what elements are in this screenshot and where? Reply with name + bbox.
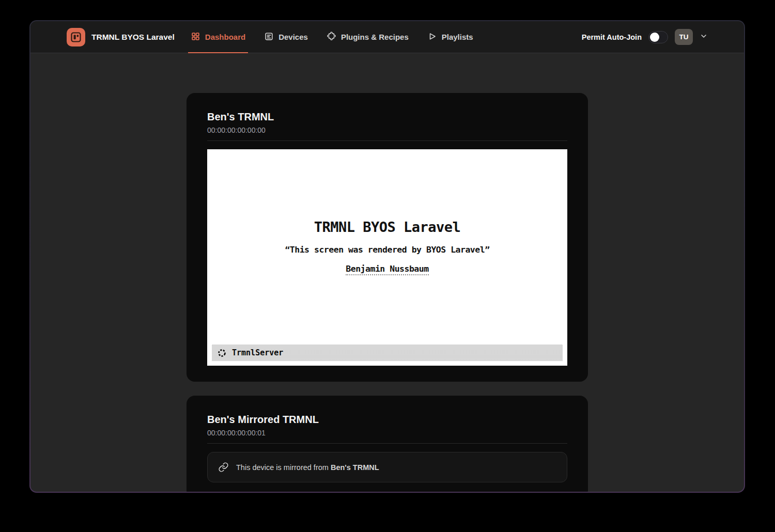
nav-tabs: Dashboard Devices: [188, 21, 476, 53]
permit-auto-join-label: Permit Auto-Join: [582, 33, 642, 41]
mirror-source-name: Ben's TRMNL: [331, 463, 379, 472]
link-icon: [218, 462, 229, 473]
device-screen-preview: TRMNL BYOS Laravel “This screen was rend…: [207, 149, 567, 366]
screen-statusbar: TrmnlServer: [212, 345, 563, 361]
screen-content: TRMNL BYOS Laravel “This screen was rend…: [207, 149, 567, 345]
play-icon: [427, 32, 437, 43]
statusbar-label: TrmnlServer: [232, 348, 283, 357]
tab-dashboard[interactable]: Dashboard: [188, 21, 248, 53]
screen-title: TRMNL BYOS Laravel: [314, 219, 461, 235]
device-list-icon: [264, 32, 274, 43]
nav-right: Permit Auto-Join TU: [582, 21, 708, 53]
screen-author-link: Benjamin Nussbaum: [346, 264, 428, 275]
tab-label: Devices: [278, 33, 308, 41]
spinner-icon: [217, 348, 227, 358]
tab-label: Dashboard: [205, 33, 245, 41]
mirror-notice: This device is mirrored from Ben's TRMNL: [207, 452, 567, 482]
device-card-bens-trmnl: Ben's TRMNL 00:00:00:00:00:00 TRMNL BYOS…: [187, 93, 588, 382]
tab-label: Plugins & Recipes: [341, 33, 409, 41]
device-mac-address: 00:00:00:00:00:00: [207, 125, 567, 135]
mirror-notice-prefix: This device is mirrored from: [236, 463, 331, 472]
brand: TRMNL BYOS Laravel: [67, 21, 175, 53]
user-avatar[interactable]: TU: [675, 29, 693, 45]
device-card-bens-mirrored-trmnl: Ben's Mirrored TRMNL 00:00:00:00:00:01 T…: [187, 396, 588, 492]
chevron-down-icon[interactable]: [700, 32, 708, 42]
app-title: TRMNL BYOS Laravel: [91, 33, 175, 42]
permit-auto-join-toggle[interactable]: [648, 31, 668, 43]
tab-label: Playlists: [442, 33, 473, 41]
trmnl-logo-icon: [67, 28, 85, 46]
puzzle-icon: [327, 32, 336, 43]
app-window-frame: TRMNL BYOS Laravel Dashboard: [29, 20, 745, 493]
divider: [207, 443, 567, 444]
top-nav: TRMNL BYOS Laravel Dashboard: [30, 21, 744, 53]
device-name: Ben's Mirrored TRMNL: [207, 412, 567, 427]
grid-icon: [191, 32, 200, 43]
mirror-notice-text: This device is mirrored from Ben's TRMNL: [236, 463, 379, 472]
tab-plugins-recipes[interactable]: Plugins & Recipes: [324, 21, 411, 53]
app-window: TRMNL BYOS Laravel Dashboard: [30, 21, 744, 492]
dashboard-content: Ben's TRMNL 00:00:00:00:00:00 TRMNL BYOS…: [30, 53, 744, 492]
screen-quote: “This screen was rendered by BYOS Larave…: [285, 245, 489, 255]
divider: [207, 140, 567, 141]
device-name: Ben's TRMNL: [207, 109, 567, 124]
device-mac-address: 00:00:00:00:00:01: [207, 428, 567, 438]
toggle-knob: [650, 33, 659, 42]
tab-devices[interactable]: Devices: [261, 21, 311, 53]
tab-playlists[interactable]: Playlists: [425, 21, 476, 53]
